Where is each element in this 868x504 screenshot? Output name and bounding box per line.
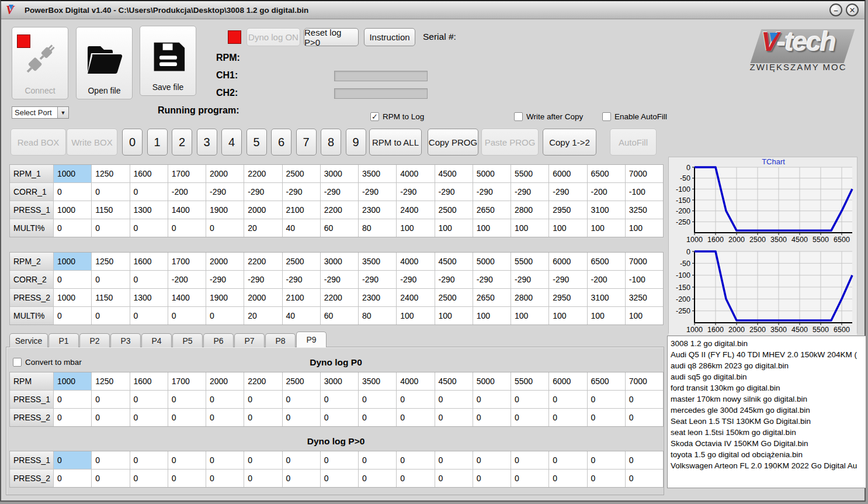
table-cell[interactable]: 0 — [435, 451, 473, 469]
table-cell[interactable]: 2300 — [359, 289, 396, 306]
table-cell[interactable]: 0 — [588, 391, 625, 408]
rpm-to-all-button[interactable]: RPM to ALL — [369, 129, 422, 156]
table-cell[interactable]: -290 — [397, 271, 434, 288]
table-cell[interactable]: 0 — [511, 470, 548, 487]
table-cell[interactable]: 100 — [397, 307, 434, 325]
tab-p6[interactable]: P6 — [203, 333, 234, 347]
table-cell[interactable]: 2200 — [321, 289, 358, 306]
table-cell[interactable]: 7000 — [626, 253, 663, 270]
table-cell[interactable]: 1150 — [92, 289, 129, 306]
table-cell[interactable]: 0 — [321, 391, 358, 408]
table-cell[interactable]: 1300 — [130, 201, 168, 219]
table-cell[interactable]: -290 — [359, 271, 396, 288]
table-cell[interactable]: 0 — [321, 470, 358, 487]
table-cell[interactable]: 0 — [92, 183, 129, 201]
table-cell[interactable]: 0 — [588, 409, 625, 426]
table-cell[interactable]: 7000 — [626, 372, 663, 390]
table-cell[interactable]: 2000 — [244, 201, 282, 219]
table-cell[interactable]: -290 — [359, 183, 396, 201]
table-cell[interactable]: 2500 — [283, 372, 320, 390]
table-cell[interactable]: 0 — [206, 451, 244, 469]
table-cell[interactable]: 6000 — [549, 253, 586, 270]
digit-2-button[interactable]: 2 — [172, 129, 192, 156]
table-cell[interactable]: 4000 — [397, 165, 434, 182]
table-cell[interactable]: 0 — [397, 470, 434, 487]
tab-p7[interactable]: P7 — [234, 333, 265, 347]
title-bar[interactable]: V PowerBox Digital v1.40 - C:\Users\Prod… — [1, 1, 864, 19]
table-cell[interactable]: -290 — [511, 271, 548, 288]
table-cell[interactable]: 0 — [626, 409, 663, 426]
table-cell[interactable]: 1900 — [206, 289, 244, 306]
table-cell[interactable]: 2200 — [244, 165, 282, 182]
tab-p1[interactable]: P1 — [48, 333, 79, 347]
table-cell[interactable]: 0 — [244, 409, 282, 426]
table-cell[interactable]: 4500 — [435, 372, 473, 390]
tab-service[interactable]: Service — [9, 333, 48, 347]
table-cell[interactable]: 6000 — [549, 165, 586, 182]
table-cell[interactable]: 0 — [359, 451, 396, 469]
table-cell[interactable]: 1900 — [206, 201, 244, 219]
file-list-item[interactable]: audi q8 286km 2023 go digital.bin — [671, 360, 863, 371]
table-cell[interactable]: 2200 — [244, 253, 282, 270]
table-cell[interactable]: 0 — [549, 409, 586, 426]
table-cell[interactable]: 0 — [168, 451, 206, 469]
table-cell[interactable]: 0 — [435, 470, 473, 487]
table-cell[interactable]: 1000 — [54, 253, 91, 270]
table-cell[interactable]: 0 — [511, 391, 548, 408]
table-cell[interactable]: -290 — [511, 183, 548, 201]
table-cell[interactable]: 100 — [473, 307, 511, 325]
table-cell[interactable]: 1300 — [130, 289, 168, 306]
tab-p5[interactable]: P5 — [172, 333, 203, 347]
file-list-item[interactable]: audi sq5 go digital.bin — [671, 371, 863, 382]
table-cell[interactable]: 2950 — [549, 289, 586, 306]
table-cell[interactable]: 1250 — [92, 253, 129, 270]
table-cell[interactable]: -100 — [626, 183, 663, 201]
table-cell[interactable]: 40 — [283, 219, 320, 237]
table-cell[interactable]: 2500 — [283, 253, 320, 270]
table-cell[interactable]: 20 — [244, 307, 282, 325]
table-cell[interactable]: -290 — [321, 183, 358, 201]
table-cell[interactable]: 5500 — [511, 165, 548, 182]
table-cell[interactable]: 100 — [511, 219, 548, 237]
table-cell[interactable]: 0 — [283, 451, 320, 469]
table-cell[interactable]: -200 — [168, 183, 206, 201]
file-list-item[interactable]: toyota 1.5 go digital od obciążenia.bin — [671, 449, 863, 460]
table-cell[interactable]: 0 — [92, 219, 129, 237]
table-cell[interactable]: 100 — [588, 219, 625, 237]
table-cell[interactable]: 2100 — [283, 201, 320, 219]
table-cell[interactable]: 2200 — [244, 372, 282, 390]
table-cell[interactable]: 2300 — [359, 201, 396, 219]
digit-4-button[interactable]: 4 — [221, 129, 242, 156]
table-cell[interactable]: 0 — [206, 470, 244, 487]
table-cell[interactable]: 60 — [321, 219, 358, 237]
table-cell[interactable]: 3000 — [321, 372, 358, 390]
file-list-item[interactable]: Seat Leon 1.5 TSI 130KM Go Digital.bin — [671, 416, 863, 427]
file-list-item[interactable]: Audi Q5 II (FY FL) 40 TDI MHEV 2.0 150kW… — [671, 349, 863, 360]
table-cell[interactable]: 1250 — [92, 165, 129, 182]
table-cell[interactable]: 0 — [92, 451, 129, 469]
table-cell[interactable]: 1250 — [92, 372, 129, 390]
table-cell[interactable]: 2500 — [435, 289, 473, 306]
table-cell[interactable]: 1000 — [54, 201, 91, 219]
table-cell[interactable]: 0 — [626, 451, 663, 469]
table-cell[interactable]: 0 — [244, 391, 282, 408]
table-cell[interactable]: 2400 — [397, 201, 434, 219]
table-cell[interactable]: 3500 — [359, 165, 396, 182]
table-cell[interactable]: 4500 — [435, 165, 473, 182]
table-cell[interactable]: -290 — [549, 271, 586, 288]
table-cell[interactable]: 5000 — [473, 165, 511, 182]
table-cell[interactable]: 0 — [206, 307, 244, 325]
table-cell[interactable]: 6500 — [588, 372, 625, 390]
rpm-to-log-checkbox[interactable]: ✓RPM to Log — [370, 112, 424, 121]
table-cell[interactable]: 0 — [397, 409, 434, 426]
table-cell[interactable]: 3250 — [626, 201, 663, 219]
table-cell[interactable]: 0 — [130, 470, 168, 487]
table-cell[interactable]: 0 — [359, 470, 396, 487]
table-cell[interactable]: 0 — [549, 470, 586, 487]
table-cell[interactable]: 0 — [130, 409, 168, 426]
table-cell[interactable]: 3500 — [359, 253, 396, 270]
table-cell[interactable]: 0 — [244, 451, 282, 469]
table-cell[interactable]: 4000 — [397, 253, 434, 270]
table-cell[interactable]: 0 — [130, 391, 168, 408]
table-cell[interactable]: 1000 — [54, 372, 91, 390]
